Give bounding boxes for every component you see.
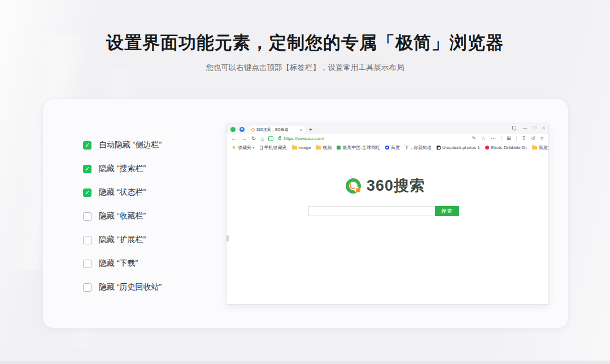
checkbox-label: 隐藏 “下载” xyxy=(99,258,138,269)
bookmark-baidu[interactable]: 百度一下，你就知道 xyxy=(385,144,432,151)
shield-icon[interactable] xyxy=(512,126,516,130)
360-search-logo: 360搜索 xyxy=(346,176,425,196)
bookmark-dribbble[interactable]: Shots-Dribbble-Dr xyxy=(485,145,527,150)
checkbox-icon[interactable]: ✓ xyxy=(83,188,91,197)
checkbox-label: 隐藏 “搜索栏” xyxy=(99,164,146,174)
phone-icon xyxy=(260,146,263,150)
checkbox-icon[interactable]: ✓ xyxy=(83,236,91,244)
360-search-logo-icon xyxy=(346,178,361,194)
favorite-star-icon[interactable]: ☆ xyxy=(481,136,486,141)
apps-grid-icon[interactable]: ⊞ xyxy=(507,136,511,141)
search-button[interactable]: 搜索 xyxy=(435,206,459,216)
folder-icon xyxy=(292,146,297,150)
settings-checkbox-list: ✓ 自动隐藏 “侧边栏” ✓ 隐藏 “搜索栏” ✓ 隐藏 “状态栏” ✓ 隐藏 … xyxy=(83,133,162,299)
history-icon[interactable]: ↺ xyxy=(531,136,535,141)
address-url[interactable]: https://www.so.com/ xyxy=(284,136,324,141)
checkbox-label: 隐藏 “扩展栏” xyxy=(99,235,146,245)
toolbar-divider xyxy=(501,136,502,141)
site-favicon-icon xyxy=(337,146,341,150)
bookmark-folder-video[interactable]: 视频 xyxy=(316,144,332,151)
minimize-button[interactable]: — xyxy=(522,126,527,130)
checkbox-auto-hide-sidebar[interactable]: ✓ 自动隐藏 “侧边栏” xyxy=(83,133,162,157)
checkbox-label: 隐藏 “状态栏” xyxy=(99,187,146,198)
browser-toolbar: ← → ↻ ⌂ https://www.so.com/ ✎ ☆ ⋯ ⊞ ↧ ↺ … xyxy=(226,134,548,144)
checkbox-hide-searchbar[interactable]: ✓ 隐藏 “搜索栏” xyxy=(83,157,162,181)
bookmark-unsplash[interactable]: Unsplash-photos 1 xyxy=(437,145,480,150)
more-icon[interactable]: ⋯ xyxy=(491,136,496,141)
tab-title: 360搜索，SO靠谱 xyxy=(256,127,298,133)
checkbox-label: 隐藏 “收藏栏” xyxy=(99,211,146,221)
bookmark-folder-image[interactable]: image xyxy=(292,145,311,150)
close-button[interactable]: × xyxy=(542,126,545,130)
page-title: 设置界面功能元素，定制您的专属「极简」浏览器 xyxy=(0,31,610,55)
tab-close-icon[interactable]: × xyxy=(299,128,302,133)
maximize-button[interactable]: □ xyxy=(533,126,536,130)
search-bar: 搜索 xyxy=(308,206,459,216)
bookmark-favorites[interactable]: ★ 收藏夹 ▾ xyxy=(232,144,255,151)
forward-icon[interactable]: → xyxy=(241,136,247,142)
checkbox-label: 自动隐藏 “侧边栏” xyxy=(99,140,162,150)
extension-icon[interactable] xyxy=(268,136,273,141)
bookmark-site[interactable]: 最美中国-全球网红 xyxy=(337,144,380,151)
bookmark-mobile-favorites[interactable]: 手机收藏夹 xyxy=(260,144,287,151)
browser-mockup: 360搜索，SO靠谱 × + — □ × ← → ↻ ⌂ https://www… xyxy=(226,124,549,305)
toolbar-divider xyxy=(516,136,517,141)
user-avatar-icon[interactable] xyxy=(239,127,245,132)
checkbox-hide-download[interactable]: ✓ 隐藏 “下载” xyxy=(83,252,162,275)
star-icon: ★ xyxy=(232,145,236,150)
checkbox-hide-bookmarkbar[interactable]: ✓ 隐藏 “收藏栏” xyxy=(83,204,162,228)
checkbox-hide-statusbar[interactable]: ✓ 隐藏 “状态栏” xyxy=(83,181,162,204)
chevron-down-icon: ▾ xyxy=(252,146,255,150)
browser-360-logo-icon[interactable] xyxy=(230,127,236,132)
page-bottom-strip xyxy=(0,361,610,364)
checkbox-label: 隐藏 “历史回收站” xyxy=(99,282,162,292)
window-controls: — □ × xyxy=(512,126,545,130)
lock-icon xyxy=(278,137,281,140)
back-icon[interactable]: ← xyxy=(231,136,237,142)
home-icon[interactable]: ⌂ xyxy=(260,136,264,142)
360-search-logo-text: 360搜索 xyxy=(367,176,425,196)
checkbox-icon[interactable]: ✓ xyxy=(83,260,91,268)
folder-icon xyxy=(532,146,537,150)
page-subtitle: 您也可以右键点击顶部【标签栏】，设置常用工具展示布局 xyxy=(0,63,610,73)
checkbox-icon[interactable]: ✓ xyxy=(83,283,91,292)
active-tab[interactable]: 360搜索，SO靠谱 × xyxy=(249,126,304,134)
menu-icon[interactable]: ≡ xyxy=(541,136,543,141)
new-tab-button[interactable]: + xyxy=(309,126,312,133)
search-input[interactable] xyxy=(308,206,435,216)
checkbox-icon[interactable]: ✓ xyxy=(83,165,91,173)
download-icon[interactable]: ↧ xyxy=(522,136,526,141)
checkbox-hide-history-recycle[interactable]: ✓ 隐藏 “历史回收站” xyxy=(83,275,162,299)
checkbox-hide-extensionbar[interactable]: ✓ 隐藏 “扩展栏” xyxy=(83,228,162,252)
collapsed-sidebar-handle[interactable] xyxy=(226,235,229,242)
checkbox-icon[interactable]: ✓ xyxy=(83,141,91,150)
bookmark-new-folder[interactable]: 新建文件夹 xyxy=(532,144,549,151)
browser-content-area: 360搜索 搜索 xyxy=(226,152,548,305)
tab-favicon-360-icon xyxy=(251,128,255,131)
baidu-icon xyxy=(385,146,389,150)
bookmarks-bar: ★ 收藏夹 ▾ 手机收藏夹 image 视频 最美中国-全球网红 百度一下，你就… xyxy=(226,143,548,152)
refresh-icon[interactable]: ↻ xyxy=(251,136,256,142)
browser-tab-bar: 360搜索，SO靠谱 × + — □ × xyxy=(226,124,548,134)
dribbble-icon xyxy=(485,146,489,150)
unsplash-icon xyxy=(437,146,441,150)
folder-icon xyxy=(316,146,321,150)
checkbox-icon[interactable]: ✓ xyxy=(83,212,91,221)
edit-icon[interactable]: ✎ xyxy=(472,136,476,141)
